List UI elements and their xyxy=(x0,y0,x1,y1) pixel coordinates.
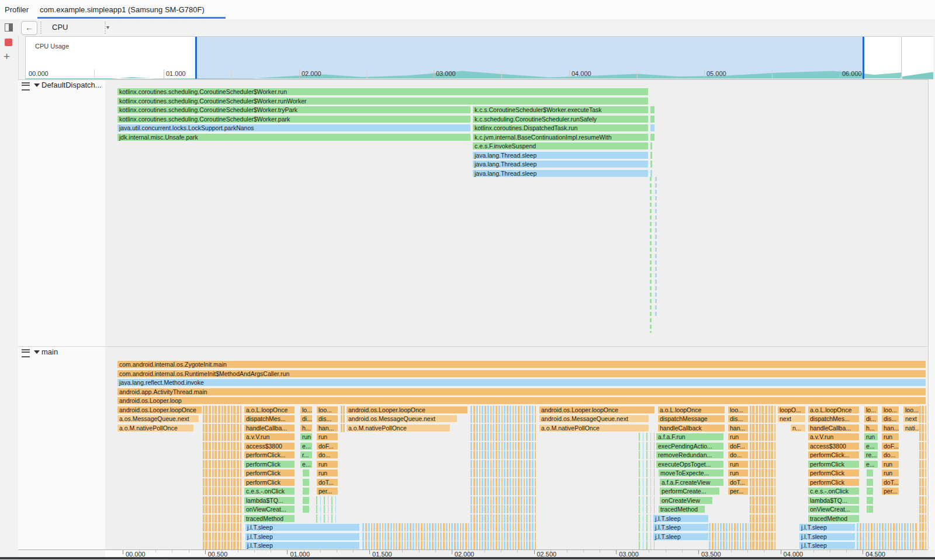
flame-segment[interactable]: r... xyxy=(300,451,313,459)
flame-minor-segments[interactable] xyxy=(750,523,775,531)
flame-segment[interactable] xyxy=(302,487,310,495)
flame-minor-segments[interactable] xyxy=(203,505,241,513)
flame-segment[interactable]: com.android.internal.os.ZygoteInit.main xyxy=(117,360,926,368)
flame-minor-segments[interactable] xyxy=(639,451,654,459)
flame-segment[interactable]: java.lang.Thread.sleep xyxy=(472,151,649,159)
flame-segment[interactable]: kotlinx.coroutines.scheduling.CoroutineS… xyxy=(117,115,471,123)
panel-layout-icon[interactable] xyxy=(5,23,13,32)
flame-minor-segments[interactable] xyxy=(203,442,241,450)
flame-minor-segments[interactable] xyxy=(639,514,654,523)
flame-minor-segments[interactable] xyxy=(750,533,775,541)
flame-segment[interactable] xyxy=(302,505,310,513)
flame-segment[interactable]: run xyxy=(881,469,899,477)
flame-minor-segments[interactable] xyxy=(919,451,926,459)
flame-minor-segments[interactable] xyxy=(639,523,654,531)
flame-minor-segments[interactable] xyxy=(919,541,926,549)
flame-segment[interactable]: a.o.M.nativePollOnce xyxy=(117,424,194,432)
flame-segment[interactable]: run xyxy=(728,469,749,477)
flame-segment[interactable]: j.l.T.sleep xyxy=(245,533,360,541)
flame-segment[interactable]: run xyxy=(881,433,899,441)
flame-segment[interactable]: loopO... xyxy=(777,406,806,414)
flame-segment[interactable]: android.os.MessageQueue.next xyxy=(539,415,649,423)
flame-segment[interactable]: tracedMethod xyxy=(658,505,705,513)
flame-minor-segments[interactable] xyxy=(919,514,926,523)
flame-minor-segments[interactable] xyxy=(639,533,654,541)
flame-minor-segments[interactable] xyxy=(750,496,775,505)
flame-segment[interactable]: re... xyxy=(864,451,878,459)
flame-segment[interactable]: k.c.jvm.internal.BaseContinuationImpl.re… xyxy=(472,133,649,141)
flame-segment[interactable]: c.e.s.-.onClick xyxy=(244,487,295,495)
flame-segment[interactable]: dis... xyxy=(881,415,899,423)
flame-minor-segments[interactable] xyxy=(362,533,469,541)
flame-segment[interactable]: di... xyxy=(864,415,878,423)
flame-segment[interactable]: run xyxy=(316,433,338,441)
flame-segment[interactable] xyxy=(866,478,874,486)
flame-segment[interactable]: han... xyxy=(881,424,899,432)
flame-minor-segments[interactable] xyxy=(709,523,749,531)
stop-recording-icon[interactable] xyxy=(5,39,12,46)
flame-segment[interactable]: performClick xyxy=(808,478,860,486)
flame-minor-segments[interactable] xyxy=(470,514,537,523)
flame-minor-segments[interactable] xyxy=(750,424,775,432)
collapse-triangle-icon[interactable] xyxy=(34,84,40,87)
flame-minor-segments[interactable] xyxy=(750,478,775,486)
flame-minor-segments[interactable] xyxy=(750,460,775,468)
flame-minor-segments[interactable] xyxy=(750,541,775,549)
flame-segment[interactable] xyxy=(302,469,310,477)
flame-segment[interactable]: performCreate... xyxy=(659,487,720,495)
flame-minor-segments[interactable] xyxy=(857,523,918,531)
flame-minor-segments[interactable] xyxy=(470,433,537,441)
flame-segment[interactable]: per... xyxy=(316,487,338,495)
flame-segment[interactable]: n... xyxy=(790,424,806,432)
flame-minor-segments[interactable] xyxy=(709,533,749,541)
flame-segment[interactable]: lambda$TQ... xyxy=(244,496,295,505)
flame-minor-segments[interactable] xyxy=(203,541,241,549)
flame-segment[interactable]: han... xyxy=(316,424,338,432)
flame-segment[interactable]: performClick xyxy=(244,478,295,486)
flame-segment[interactable]: a.os.MessageQueue.next xyxy=(117,415,199,423)
drag-handle-icon[interactable] xyxy=(22,82,30,91)
flame-segment[interactable]: java.lang.Thread.sleep xyxy=(472,169,649,178)
flame-segment[interactable] xyxy=(866,469,874,477)
flame-segment[interactable] xyxy=(650,106,655,114)
flame-minor-segments[interactable] xyxy=(750,406,775,414)
flame-minor-segments[interactable] xyxy=(750,505,775,513)
flame-segment[interactable]: executeOpsToget... xyxy=(656,460,724,468)
flame-segment[interactable] xyxy=(302,478,310,486)
flame-minor-segments[interactable] xyxy=(203,533,241,541)
flame-segment[interactable]: performClick xyxy=(244,460,295,468)
flame-segment[interactable]: loo... xyxy=(316,406,338,414)
flame-segment[interactable]: moveToExpecte... xyxy=(658,469,724,477)
flame-minor-segments[interactable] xyxy=(919,433,926,441)
flame-segment[interactable]: performClick... xyxy=(244,451,295,459)
flame-segment[interactable]: access$3800 xyxy=(244,442,295,450)
flame-segment[interactable]: h... xyxy=(864,424,878,432)
flame-segment[interactable]: e... xyxy=(300,460,313,468)
flame-segment[interactable]: kotlinx.coroutines.scheduling.CoroutineS… xyxy=(117,88,649,96)
flame-segment[interactable] xyxy=(650,133,655,141)
flame-segment[interactable]: j.l.T.sleep xyxy=(653,514,709,523)
flame-minor-segments[interactable] xyxy=(919,469,926,477)
flame-segment[interactable]: run xyxy=(316,460,338,468)
flame-segment[interactable]: doF... xyxy=(316,442,338,450)
flame-segment[interactable]: k.c.scheduling.CoroutineScheduler.runSaf… xyxy=(472,115,649,123)
flame-minor-segments[interactable] xyxy=(639,433,654,441)
flame-minor-segments[interactable] xyxy=(316,496,338,505)
flame-segment[interactable] xyxy=(302,496,310,505)
flame-segment[interactable]: removeRedundan... xyxy=(656,451,724,459)
flame-segment[interactable]: performClick xyxy=(808,460,860,468)
flame-minor-segments[interactable] xyxy=(203,469,241,477)
flame-segment[interactable]: kotlinx.coroutines.scheduling.CoroutineS… xyxy=(117,106,471,114)
flame-segment[interactable] xyxy=(650,115,655,123)
flame-segment[interactable]: jdk.internal.misc.Unsafe.park xyxy=(117,133,471,141)
flame-segment[interactable]: dis... xyxy=(316,415,338,423)
flame-minor-segments[interactable] xyxy=(470,487,537,495)
flame-minor-segments[interactable] xyxy=(750,433,775,441)
flame-segment[interactable]: c.e.s.F.invokeSuspend xyxy=(472,142,649,150)
flame-minor-segments[interactable] xyxy=(639,460,654,468)
flame-minor-segments[interactable] xyxy=(341,406,345,414)
flame-minor-segments[interactable] xyxy=(639,469,654,477)
flame-segment[interactable]: k.c.s.CoroutineScheduler$Worker.executeT… xyxy=(472,106,649,114)
flame-segment[interactable]: java.lang.Thread.sleep xyxy=(472,160,649,168)
flame-minor-segments[interactable] xyxy=(203,433,241,441)
